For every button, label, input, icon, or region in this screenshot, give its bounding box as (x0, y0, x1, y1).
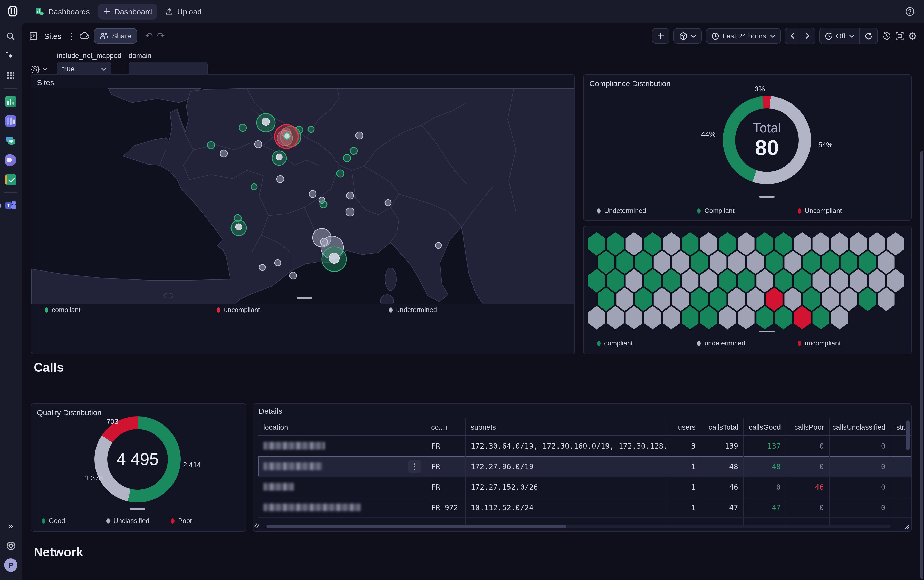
legend-item[interactable]: undetermined (389, 306, 561, 314)
column-header-callspoor[interactable]: callsPoor (786, 419, 829, 435)
undo-icon[interactable]: ↶ (145, 30, 153, 41)
map-bubble-undetermined[interactable] (277, 176, 284, 183)
map-bubble-compliant[interactable] (337, 170, 344, 177)
map-bubble-compliant[interactable] (308, 126, 314, 132)
map-bubble-undetermined[interactable] (356, 132, 363, 139)
legend-item[interactable]: Poor (171, 517, 236, 524)
add-panel-button[interactable] (652, 28, 669, 44)
vertical-scrollbar-thumb[interactable] (906, 420, 910, 450)
map-bubble-undetermined[interactable] (309, 190, 316, 198)
redo-icon[interactable]: ↷ (157, 30, 165, 41)
legend-item[interactable]: compliant (597, 339, 697, 347)
help-icon[interactable] (905, 7, 915, 16)
map-bubble-inner[interactable] (236, 224, 242, 230)
table-row[interactable]: FR-97210.112.52.0/241474700 (258, 498, 911, 518)
map-bubble-compliant[interactable] (343, 155, 351, 161)
legend-item[interactable]: compliant (44, 306, 217, 314)
drag-handle-icon[interactable] (254, 523, 261, 530)
row-menu-button[interactable]: ⋮ (408, 460, 422, 473)
sidebar-item-media-app[interactable] (2, 152, 20, 169)
domain-input[interactable] (128, 62, 208, 76)
nav-new-dashboard[interactable]: Dashboard (98, 3, 157, 19)
chevron-down-icon (101, 67, 106, 71)
include-not-mapped-select[interactable]: true (57, 62, 111, 76)
expand-sidebar-icon[interactable]: » (2, 517, 20, 535)
panel-resize-handle[interactable] (759, 331, 775, 332)
apps-grid-icon[interactable] (2, 67, 20, 84)
horizontal-scrollbar-thumb[interactable] (267, 524, 566, 528)
auto-refresh-picker[interactable]: Off (820, 28, 859, 44)
map-bubble-undetermined[interactable] (290, 272, 297, 279)
map-bubble-inner[interactable] (329, 253, 339, 263)
map-bubble-undetermined[interactable] (255, 141, 262, 148)
map-bubble-undetermined[interactable] (385, 200, 391, 206)
map-bubble-compliant[interactable] (320, 201, 327, 208)
map-bubble-inner[interactable] (262, 118, 270, 125)
map-bubble-undetermined[interactable] (220, 150, 227, 157)
support-lifering-icon[interactable] (2, 537, 20, 554)
share-button[interactable]: Share (94, 28, 137, 44)
edit-mode-button[interactable] (673, 28, 702, 44)
legend-item[interactable]: Good (41, 517, 106, 524)
history-icon[interactable] (882, 31, 891, 41)
panel-resize-handle[interactable] (130, 508, 145, 510)
panel-toggle-icon[interactable] (29, 31, 38, 41)
map-bubble-inner[interactable] (276, 154, 282, 160)
time-shift-forward-button[interactable] (799, 28, 814, 44)
column-header-callsunclassified[interactable]: callsUnclassified (829, 419, 891, 435)
map-bubble-compliant[interactable] (208, 142, 214, 149)
map-bubble-undetermined[interactable] (259, 264, 265, 270)
kebab-menu-icon[interactable]: ⋮ (68, 31, 76, 41)
legend-item[interactable]: uncompliant (797, 339, 898, 347)
column-header-callsgood[interactable]: callsGood (743, 419, 786, 435)
resize-grip-icon[interactable] (903, 522, 910, 530)
blurred-location-name (264, 504, 361, 511)
time-shift-back-button[interactable] (785, 28, 799, 44)
nav-dashboards[interactable]: Dashboards (30, 3, 95, 20)
column-header-co[interactable]: co... ↑ (425, 419, 465, 435)
map-bubble-cluster-center[interactable] (284, 133, 290, 139)
settings-gear-icon[interactable]: ⚙ (908, 30, 917, 42)
time-range-picker[interactable]: Last 24 hours (706, 28, 781, 44)
column-header-location[interactable]: location (258, 419, 425, 435)
column-header-callstotal[interactable]: callsTotal (701, 419, 743, 435)
column-header-users[interactable]: users (667, 419, 701, 435)
map-bubble-compliant[interactable] (239, 124, 246, 132)
legend-item[interactable]: undetermined (697, 339, 798, 347)
cloud-sync-icon[interactable] (80, 32, 90, 40)
teams-app-icon: T (5, 200, 16, 211)
map-bubble-undetermined[interactable] (346, 208, 354, 216)
variables-selector-button[interactable]: {$} (29, 62, 50, 76)
nav-upload[interactable]: Upload (160, 3, 207, 19)
panel-resize-handle[interactable] (759, 196, 775, 198)
sidebar-item-collections-app[interactable] (2, 112, 20, 130)
sidebar-item-dashboards-app[interactable] (2, 93, 20, 110)
panel-resize-handle[interactable] (297, 297, 312, 299)
sidebar-item-teams-app[interactable]: T (2, 197, 20, 214)
refresh-button[interactable] (859, 28, 877, 44)
grafana-logo-icon[interactable] (6, 5, 20, 18)
horizontal-scrollbar[interactable] (267, 524, 891, 528)
map-bubble-compliant[interactable] (251, 184, 257, 190)
map-bubble-undetermined[interactable] (346, 192, 354, 199)
page-scrollbar-thumb[interactable] (921, 151, 924, 579)
search-icon[interactable] (2, 28, 20, 45)
legend-item[interactable]: Uncompliant (797, 207, 898, 214)
column-header-subnets[interactable]: subnets (465, 419, 667, 435)
legend-item[interactable]: Undetermined (597, 207, 697, 214)
map-bubble-undetermined[interactable] (320, 238, 328, 246)
map-bubble-compliant[interactable] (350, 147, 357, 155)
table-row[interactable]: ⋮FR172.27.96.0/191484800 (258, 456, 911, 477)
legend-item[interactable]: Unclassified (106, 517, 171, 524)
legend-item[interactable]: uncompliant (217, 306, 389, 314)
ai-sparkles-icon[interactable]: ✦✦ (2, 47, 20, 65)
map-bubble-undetermined[interactable] (435, 242, 441, 249)
legend-item[interactable]: Compliant (697, 207, 798, 214)
table-row[interactable]: FR172.27.152.0/261460460 (258, 477, 911, 498)
kiosk-fullscreen-icon[interactable] (895, 31, 904, 40)
table-row[interactable]: FR172.30.64.0/19, 172.30.160.0/19, 172.3… (258, 436, 911, 456)
sidebar-item-monitoring-app[interactable] (2, 132, 20, 149)
sidebar-item-tasks-app[interactable] (2, 171, 20, 188)
map-bubble-undetermined[interactable] (275, 260, 281, 266)
user-avatar[interactable]: P (2, 556, 20, 574)
